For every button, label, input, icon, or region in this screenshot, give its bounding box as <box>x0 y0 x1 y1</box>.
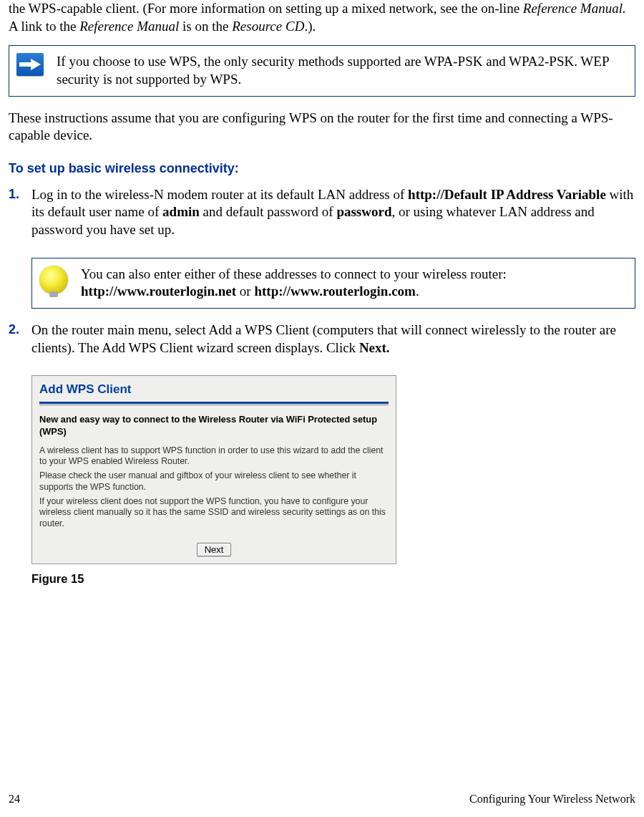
figure-caption: Figure 15 <box>31 571 635 586</box>
title-divider <box>39 402 389 404</box>
next-bold: Next. <box>359 340 390 355</box>
tip-text-part: You can also enter either of these addre… <box>81 266 507 281</box>
next-button[interactable]: Next <box>197 543 232 556</box>
tip-text-part: . <box>416 284 419 299</box>
password-bold: password <box>336 204 391 219</box>
admin-bold: admin <box>162 204 200 219</box>
step-text: On the router main menu, select Add a WP… <box>31 322 616 355</box>
step-1-text: Log in to the wireless-N modem router at… <box>31 186 635 239</box>
routerlogin-net-bold: http://www.routerlogin.net <box>81 284 236 299</box>
intro-text: is on the <box>179 19 232 34</box>
bulb-icon-container <box>39 266 68 294</box>
info-callout: If you choose to use WPS, the only secur… <box>9 45 635 96</box>
resource-cd-italic: Resource CD <box>232 19 304 34</box>
step-text: and default password of <box>200 204 337 219</box>
tip-callout: You can also enter either of these addre… <box>31 258 635 309</box>
step-2: 2. On the router main menu, select Add a… <box>9 322 635 365</box>
intro-text: .). <box>304 19 316 34</box>
window-paragraph: If your wireless client does not support… <box>39 496 389 529</box>
lightbulb-icon <box>39 266 68 294</box>
arrow-icon <box>16 53 44 76</box>
routerlogin-com-bold: http://www.routerlogin.com <box>254 284 416 299</box>
step-number: 2. <box>9 322 31 338</box>
tip-text-part: or <box>236 284 254 299</box>
screenshot-figure: Add WPS Client New and easy way to conne… <box>31 375 635 564</box>
intro-text: the WPS-capable client. (For more inform… <box>9 1 523 16</box>
intro-text: A link to the <box>9 19 79 34</box>
arrow-icon-container <box>16 53 44 76</box>
default-ip-bold: http://Default IP Address Variable <box>408 187 606 202</box>
step-2-text: On the router main menu, select Add a WP… <box>31 322 635 357</box>
step-text: Log in to the wireless-N modem router at… <box>31 187 408 202</box>
section-heading: To set up basic wireless connectivity: <box>9 160 635 177</box>
window-paragraph: Please check the user manual and giftbox… <box>39 470 389 493</box>
tip-text: You can also enter either of these addre… <box>81 266 625 301</box>
window-subheading: New and easy way to connect to the Wirel… <box>39 414 389 437</box>
window-title: Add WPS Client <box>39 380 389 400</box>
instructions-assumption: These instructions assume that you are c… <box>9 110 635 145</box>
window-paragraph: A wireless client has to support WPS fun… <box>39 445 389 468</box>
add-wps-client-window: Add WPS Client New and easy way to conne… <box>31 375 396 564</box>
callout-text: If you choose to use WPS, the only secur… <box>57 53 625 88</box>
step-number: 1. <box>9 186 31 203</box>
ref-manual-italic: Reference Manual. <box>523 1 626 16</box>
ref-manual-italic: Reference Manual <box>79 19 179 34</box>
step-1: 1. Log in to the wireless-N modem router… <box>9 186 635 248</box>
button-row: Next <box>39 533 389 556</box>
intro-paragraph-continued: the WPS-capable client. (For more inform… <box>9 0 635 35</box>
